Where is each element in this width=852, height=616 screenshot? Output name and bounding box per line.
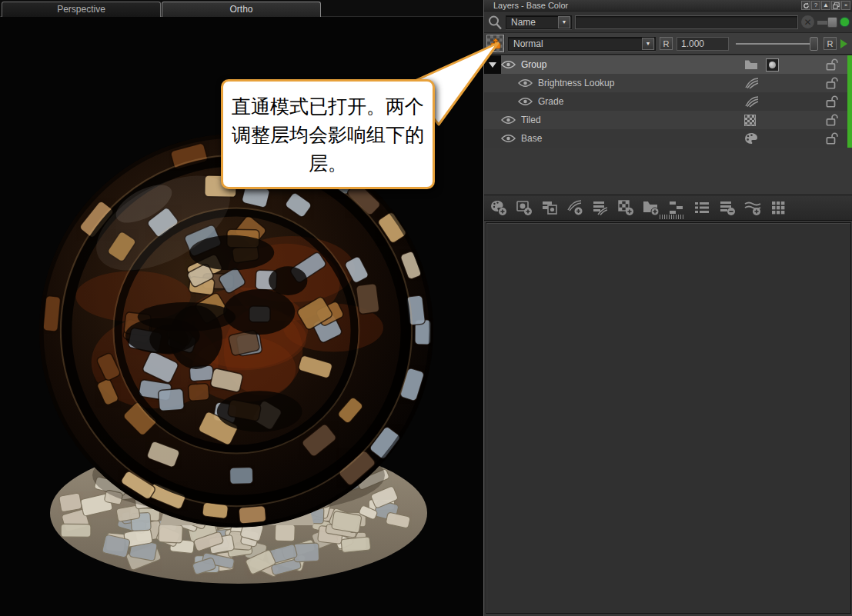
visibility-eye-icon[interactable] — [501, 115, 516, 125]
layer-cached-indicator — [847, 111, 852, 129]
help-icon[interactable]: ? — [811, 1, 820, 10]
collapse-icon[interactable]: ▲ — [821, 1, 830, 10]
layer-row-tiled[interactable]: Tiled — [484, 111, 852, 129]
layer-toolbar — [484, 195, 852, 221]
folder-icon — [744, 59, 758, 70]
status-dot — [840, 18, 849, 26]
add-adjustment-icon[interactable] — [565, 198, 585, 218]
copy-layer-icon[interactable] — [540, 198, 560, 218]
tiled-icon — [744, 115, 756, 126]
float-icon[interactable] — [831, 1, 840, 10]
layer-search-input[interactable] — [575, 15, 798, 29]
expand-toggle[interactable] — [484, 55, 501, 74]
layer-name: Tiled — [521, 115, 744, 125]
layer-cached-indicator — [847, 74, 852, 92]
layer-name: Grade — [538, 96, 744, 107]
filter-field-select[interactable]: Name ▼ — [506, 15, 572, 29]
play-icon[interactable] — [840, 38, 850, 49]
search-icon — [487, 15, 503, 30]
layer-row-group[interactable]: Group — [484, 55, 852, 74]
add-paint-layer-icon[interactable] — [489, 198, 509, 218]
blend-amount-slider[interactable] — [733, 36, 820, 52]
layer-name: Brightness Lookup — [538, 78, 744, 88]
layer-filter-row: Name ▼ ✕ — [484, 12, 852, 33]
layer-row-base[interactable]: Base — [484, 129, 852, 148]
panel-title: Layers - Base Color — [493, 1, 568, 10]
tab-perspective[interactable]: Perspective — [2, 2, 161, 17]
clear-search-icon[interactable]: ✕ — [801, 15, 814, 28]
layers-panel: Layers - Base Color ? ▲ × Name ▼ — [483, 0, 852, 616]
lock-icon[interactable] — [824, 113, 838, 127]
filter-opacity-slider[interactable] — [817, 16, 837, 28]
chevron-down-icon: ▼ — [642, 38, 654, 50]
empty-detail-panel — [486, 222, 851, 614]
add-adjustment-stack-icon[interactable] — [590, 198, 610, 218]
lock-icon[interactable] — [824, 76, 838, 90]
adjustment-icon — [744, 95, 760, 108]
visibility-eye-icon[interactable] — [518, 78, 533, 88]
application-window: Perspective Ortho 直通模式已打开。两个调整层均会影响组下的层。… — [0, 0, 852, 616]
panel-title-bar[interactable]: Layers - Base Color ? ▲ × — [484, 0, 852, 12]
close-icon[interactable]: × — [841, 1, 850, 10]
layer-cached-indicator — [847, 92, 852, 111]
blend-controls-row: Normal ▼ R R — [484, 33, 852, 55]
visibility-eye-icon[interactable] — [501, 134, 516, 143]
lock-icon[interactable] — [824, 58, 838, 72]
passthrough-icon — [489, 38, 502, 50]
blend-mode-select[interactable]: Normal ▼ — [508, 37, 656, 51]
layer-cached-indicator — [847, 55, 852, 74]
add-shader-layer-icon[interactable] — [743, 198, 763, 218]
reset-amount-button[interactable]: R — [824, 37, 837, 50]
add-procedural-icon[interactable] — [616, 198, 636, 218]
layer-row-brightness-lookup[interactable]: Brightness Lookup — [484, 74, 852, 92]
remove-layer-icon[interactable] — [717, 198, 737, 218]
layer-cached-indicator — [847, 129, 852, 148]
passthrough-toggle[interactable] — [486, 35, 504, 52]
passthrough-tooltip: 直通模式已打开。两个调整层均会影响组下的层。 — [221, 79, 435, 189]
viewport-tab-bar: Perspective Ortho — [0, 0, 483, 17]
layer-list: Group — [484, 55, 852, 195]
visibility-eye-icon[interactable] — [501, 60, 516, 69]
chevron-down-icon — [489, 62, 496, 68]
lock-icon[interactable] — [824, 132, 838, 145]
blend-amount-input[interactable] — [677, 37, 729, 51]
adjustment-icon — [744, 77, 760, 89]
layer-name: Base — [521, 133, 744, 144]
refresh-icon[interactable] — [801, 1, 810, 10]
splitter-grip[interactable] — [660, 215, 684, 219]
filter-field-value: Name — [506, 17, 557, 28]
grid-view-icon[interactable] — [768, 198, 788, 218]
palette-icon — [744, 132, 758, 145]
layer-list-icon[interactable] — [692, 198, 712, 218]
chevron-down-icon: ▼ — [558, 16, 570, 28]
layer-row-grade[interactable]: Grade — [484, 92, 852, 111]
add-mask-icon[interactable] — [514, 198, 534, 218]
blend-mode-value: Normal — [509, 38, 641, 49]
slider-handle[interactable] — [810, 37, 818, 51]
visibility-eye-icon[interactable] — [518, 97, 533, 106]
add-group-icon[interactable] — [641, 198, 661, 218]
tab-ortho[interactable]: Ortho — [162, 2, 321, 17]
layer-name: Group — [521, 59, 744, 70]
reset-blend-button[interactable]: R — [660, 37, 673, 50]
mask-thumbnail-icon[interactable] — [766, 58, 779, 72]
lock-icon[interactable] — [824, 95, 838, 108]
